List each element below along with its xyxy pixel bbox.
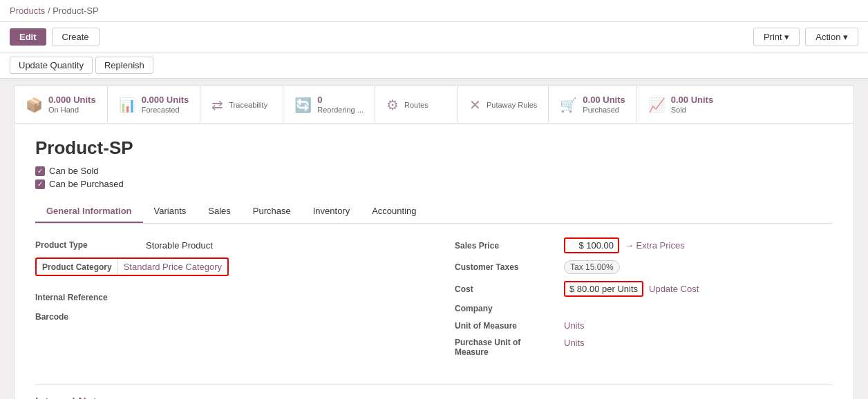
- uom-label: Unit of Measure: [455, 321, 558, 331]
- uom-value[interactable]: Units: [564, 320, 585, 331]
- reordering-icon: 🔄: [294, 97, 312, 113]
- can-be-sold-row: ✓ Can be Sold: [35, 166, 833, 176]
- stat-traceability[interactable]: ⇄ Traceability: [200, 86, 283, 123]
- sold-icon: 📈: [648, 97, 666, 113]
- stat-purchased-text: 0.00 Units Purchased: [583, 95, 625, 115]
- create-button[interactable]: Create: [52, 28, 100, 46]
- sales-price-label: Sales Price: [455, 241, 558, 251]
- breadcrumb-bar: Products / Product-SP: [0, 0, 868, 22]
- on-hand-icon: 📦: [26, 97, 43, 113]
- form-left: Product Type Storable Product Product Ca…: [35, 237, 413, 364]
- product-cat-box[interactable]: Product Category Standard Price Category: [35, 257, 229, 276]
- customer-taxes-row: Customer Taxes Tax 15.00%: [455, 260, 833, 274]
- tab-accounting[interactable]: Accounting: [361, 200, 427, 223]
- barcode-label: Barcode: [35, 309, 146, 322]
- purchase-uom-label: Purchase Unit ofMeasure: [455, 338, 558, 357]
- stat-purchased[interactable]: 🛒 0.00 Units Purchased: [549, 86, 636, 123]
- tab-variants[interactable]: Variants: [143, 200, 198, 223]
- on-hand-number: 0.000 Units: [48, 95, 96, 105]
- toolbar-right: Print ▾ Action ▾: [753, 28, 858, 46]
- form-right: Sales Price $ 100.00 → Extra Prices Cust…: [455, 237, 833, 364]
- company-label: Company: [455, 304, 558, 313]
- purchased-number: 0.00 Units: [583, 95, 625, 105]
- stats-bar: 📦 0.000 Units On Hand 📊 0.000 Units Fore…: [15, 86, 853, 124]
- internal-reference-label: Internal Reference: [35, 290, 146, 302]
- stat-reordering-text: 0 Reordering ...: [317, 95, 364, 115]
- uom-row: Unit of Measure Units: [455, 320, 833, 331]
- replenish-button[interactable]: Replenish: [95, 57, 153, 74]
- reordering-number: 0: [317, 95, 364, 105]
- main-panel: 📦 0.000 Units On Hand 📊 0.000 Units Fore…: [14, 86, 854, 399]
- purchase-uom-value[interactable]: Units: [564, 338, 585, 348]
- stat-sold-text: 0.00 Units Sold: [671, 95, 713, 115]
- sub-toolbar: Update Quantity Replenish: [0, 52, 868, 79]
- customer-taxes-label: Customer Taxes: [455, 262, 558, 272]
- edit-button[interactable]: Edit: [10, 28, 46, 46]
- product-type-row: Product Type Storable Product: [35, 237, 413, 251]
- tab-purchase[interactable]: Purchase: [242, 200, 302, 223]
- cost-value[interactable]: $ 80.00 per Units: [564, 281, 643, 297]
- sales-price-row: Sales Price $ 100.00 → Extra Prices: [455, 237, 833, 253]
- tabs: General Information Variants Sales Purch…: [35, 200, 833, 224]
- product-type-value: Storable Product: [146, 237, 413, 251]
- sold-label: Sold: [671, 106, 686, 114]
- stat-sold[interactable]: 📈 0.00 Units Sold: [637, 86, 724, 123]
- barcode-value: [146, 309, 413, 312]
- tax-badge[interactable]: Tax 15.00%: [564, 260, 620, 274]
- stat-on-hand[interactable]: 📦 0.000 Units On Hand: [15, 86, 108, 123]
- sold-number: 0.00 Units: [671, 95, 713, 105]
- checkboxes: ✓ Can be Sold ✓ Can be Purchased: [35, 166, 833, 189]
- action-button[interactable]: Action ▾: [805, 28, 858, 46]
- update-quantity-button[interactable]: Update Quantity: [10, 57, 93, 74]
- can-be-sold-label: Can be Sold: [49, 166, 99, 176]
- stat-routes-text: Routes: [404, 100, 428, 110]
- product-category-label: Product Category: [37, 260, 117, 275]
- breadcrumb-separator: /: [48, 6, 50, 16]
- breadcrumb-parent[interactable]: Products: [10, 6, 45, 16]
- purchased-label: Purchased: [583, 106, 619, 114]
- stat-putaway[interactable]: ✕ Putaway Rules: [458, 86, 549, 123]
- form-section: Product Type Storable Product Product Ca…: [35, 237, 833, 364]
- routes-label: Routes: [404, 101, 428, 109]
- stat-reordering[interactable]: 🔄 0 Reordering ...: [283, 86, 375, 123]
- can-be-purchased-label: Can be Purchased: [49, 179, 124, 189]
- product-type-label: Product Type: [35, 237, 146, 250]
- product-category-value[interactable]: Standard Price Category: [117, 259, 227, 275]
- internal-reference-row: Internal Reference: [35, 290, 413, 302]
- stat-forecasted-text: 0.000 Units Forecasted: [142, 95, 189, 115]
- tab-sales[interactable]: Sales: [197, 200, 242, 223]
- can-be-purchased-row: ✓ Can be Purchased: [35, 179, 833, 189]
- routes-icon: ⚙: [386, 97, 399, 113]
- stat-forecasted[interactable]: 📊 0.000 Units Forecasted: [108, 86, 201, 123]
- cost-row: Cost $ 80.00 per Units Update Cost: [455, 281, 833, 297]
- stat-putaway-text: Putaway Rules: [487, 100, 537, 110]
- purchase-uom-row: Purchase Unit ofMeasure Units: [455, 338, 833, 357]
- stat-routes[interactable]: ⚙ Routes: [375, 86, 458, 123]
- breadcrumb-current: Product-SP: [53, 6, 98, 16]
- main-toolbar: Edit Create Print ▾ Action ▾: [0, 22, 868, 52]
- tab-inventory[interactable]: Inventory: [302, 200, 361, 223]
- putaway-label: Putaway Rules: [487, 101, 537, 109]
- internal-notes-title: Internal Notes: [35, 396, 833, 399]
- content-area: 📦 0.000 Units On Hand 📊 0.000 Units Fore…: [0, 79, 868, 399]
- stat-traceability-text: Traceability: [229, 100, 267, 110]
- update-cost-link[interactable]: Update Cost: [649, 284, 699, 294]
- can-be-purchased-checkbox[interactable]: ✓: [35, 179, 45, 189]
- sales-price-value[interactable]: $ 100.00: [564, 237, 619, 253]
- stat-on-hand-text: 0.000 Units On Hand: [48, 95, 96, 115]
- internal-reference-value: [146, 290, 413, 293]
- forecasted-icon: 📊: [119, 97, 136, 113]
- putaway-icon: ✕: [469, 97, 481, 113]
- extra-prices-link[interactable]: → Extra Prices: [625, 240, 685, 251]
- breadcrumb: Products / Product-SP: [10, 6, 99, 16]
- product-form: Product-SP ✓ Can be Sold ✓ Can be Purcha…: [15, 124, 853, 399]
- barcode-row: Barcode: [35, 309, 413, 322]
- tab-general-information[interactable]: General Information: [35, 200, 143, 223]
- cost-label: Cost: [455, 284, 558, 294]
- can-be-sold-checkbox[interactable]: ✓: [35, 166, 45, 176]
- print-button[interactable]: Print ▾: [753, 28, 800, 46]
- on-hand-label: On Hand: [48, 106, 79, 114]
- forecasted-number: 0.000 Units: [142, 95, 189, 105]
- product-title: Product-SP: [35, 137, 833, 159]
- traceability-label: Traceability: [229, 101, 267, 109]
